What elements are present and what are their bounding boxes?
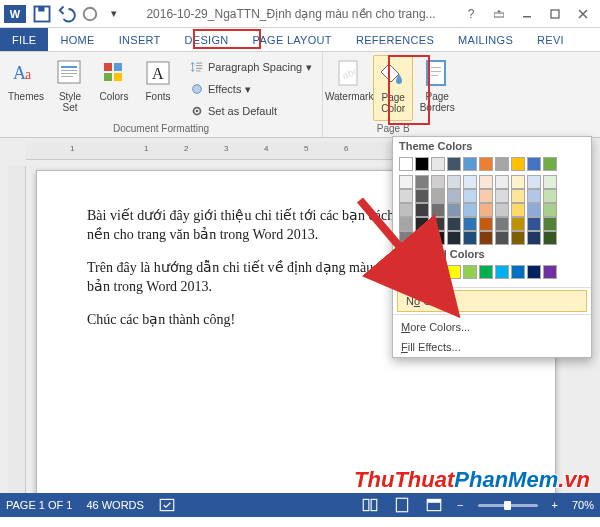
color-swatch[interactable] — [399, 175, 413, 189]
color-swatch[interactable] — [543, 189, 557, 203]
color-swatch[interactable] — [511, 175, 525, 189]
minimize-icon[interactable] — [514, 3, 540, 25]
color-swatch[interactable] — [447, 265, 461, 279]
qat-dropdown-icon[interactable]: ▾ — [104, 4, 124, 24]
color-swatch[interactable] — [511, 203, 525, 217]
color-swatch[interactable] — [431, 189, 445, 203]
color-swatch[interactable] — [527, 217, 541, 231]
zoom-out-icon[interactable]: − — [457, 499, 463, 511]
color-swatch[interactable] — [399, 217, 413, 231]
color-swatch[interactable] — [463, 265, 477, 279]
color-swatch[interactable] — [543, 231, 557, 245]
undo-icon[interactable] — [56, 4, 76, 24]
color-swatch[interactable] — [495, 157, 509, 171]
color-swatch[interactable] — [431, 203, 445, 217]
web-layout-icon[interactable] — [425, 496, 443, 514]
color-swatch[interactable] — [399, 265, 413, 279]
color-swatch[interactable] — [463, 203, 477, 217]
color-swatch[interactable] — [543, 175, 557, 189]
color-swatch[interactable] — [463, 189, 477, 203]
tab-design[interactable]: DESIGN — [173, 28, 241, 51]
paragraph-spacing-button[interactable]: Paragraph Spacing ▾ — [186, 57, 316, 77]
tab-references[interactable]: REFERENCES — [344, 28, 446, 51]
color-swatch[interactable] — [495, 189, 509, 203]
color-swatch[interactable] — [447, 157, 461, 171]
tab-review[interactable]: REVI — [525, 28, 576, 51]
color-swatch[interactable] — [527, 265, 541, 279]
color-swatch[interactable] — [527, 175, 541, 189]
set-default-button[interactable]: Set as Default — [186, 101, 316, 121]
color-swatch[interactable] — [447, 203, 461, 217]
color-swatch[interactable] — [399, 189, 413, 203]
color-swatch[interactable] — [431, 231, 445, 245]
no-color-item[interactable]: No Color — [397, 290, 587, 312]
color-swatch[interactable] — [447, 217, 461, 231]
color-swatch[interactable] — [527, 203, 541, 217]
color-swatch[interactable] — [415, 157, 429, 171]
color-swatch[interactable] — [495, 265, 509, 279]
color-swatch[interactable] — [479, 189, 493, 203]
help-icon[interactable]: ? — [458, 3, 484, 25]
color-swatch[interactable] — [447, 231, 461, 245]
color-swatch[interactable] — [527, 157, 541, 171]
zoom-in-icon[interactable]: + — [552, 499, 558, 511]
color-swatch[interactable] — [431, 217, 445, 231]
color-swatch[interactable] — [495, 231, 509, 245]
fill-effects-item[interactable]: Fill Effects... — [393, 337, 591, 357]
color-swatch[interactable] — [431, 265, 445, 279]
color-swatch[interactable] — [543, 203, 557, 217]
watermark-button[interactable]: abc Watermark — [329, 55, 369, 121]
color-swatch[interactable] — [479, 157, 493, 171]
color-swatch[interactable] — [415, 203, 429, 217]
tab-insert[interactable]: INSERT — [107, 28, 173, 51]
color-swatch[interactable] — [415, 231, 429, 245]
color-swatch[interactable] — [447, 189, 461, 203]
color-swatch[interactable] — [511, 157, 525, 171]
ribbon-options-icon[interactable] — [486, 3, 512, 25]
color-swatch[interactable] — [479, 217, 493, 231]
color-swatch[interactable] — [527, 231, 541, 245]
color-swatch[interactable] — [399, 157, 413, 171]
read-mode-icon[interactable] — [361, 496, 379, 514]
status-words[interactable]: 46 WORDS — [86, 499, 143, 511]
more-colors-item[interactable]: More Colors... — [393, 317, 591, 337]
color-swatch[interactable] — [495, 217, 509, 231]
fonts-button[interactable]: A Fonts — [138, 55, 178, 121]
tab-file[interactable]: FILE — [0, 28, 48, 51]
color-swatch[interactable] — [431, 157, 445, 171]
color-swatch[interactable] — [543, 217, 557, 231]
page-color-button[interactable]: Page Color — [373, 55, 413, 121]
color-swatch[interactable] — [447, 175, 461, 189]
color-swatch[interactable] — [543, 265, 557, 279]
color-swatch[interactable] — [463, 217, 477, 231]
color-swatch[interactable] — [511, 217, 525, 231]
tab-mailings[interactable]: MAILINGS — [446, 28, 525, 51]
color-swatch[interactable] — [431, 175, 445, 189]
color-swatch[interactable] — [463, 231, 477, 245]
color-swatch[interactable] — [495, 175, 509, 189]
color-swatch[interactable] — [479, 265, 493, 279]
color-swatch[interactable] — [511, 231, 525, 245]
page-borders-button[interactable]: Page Borders — [417, 55, 457, 121]
color-swatch[interactable] — [479, 175, 493, 189]
color-swatch[interactable] — [415, 189, 429, 203]
color-swatch[interactable] — [479, 203, 493, 217]
color-swatch[interactable] — [511, 265, 525, 279]
colors-button[interactable]: Colors — [94, 55, 134, 121]
print-layout-icon[interactable] — [393, 496, 411, 514]
tab-page-layout[interactable]: PAGE LAYOUT — [241, 28, 344, 51]
color-swatch[interactable] — [463, 175, 477, 189]
zoom-slider[interactable] — [478, 504, 538, 507]
color-swatch[interactable] — [479, 231, 493, 245]
color-swatch[interactable] — [415, 217, 429, 231]
color-swatch[interactable] — [415, 265, 429, 279]
save-icon[interactable] — [32, 4, 52, 24]
maximize-icon[interactable] — [542, 3, 568, 25]
effects-button[interactable]: Effects ▾ — [186, 79, 316, 99]
color-swatch[interactable] — [495, 203, 509, 217]
color-swatch[interactable] — [463, 157, 477, 171]
themes-button[interactable]: Aa Themes — [6, 55, 46, 121]
color-swatch[interactable] — [399, 203, 413, 217]
zoom-level[interactable]: 70% — [572, 499, 594, 511]
style-set-button[interactable]: Style Set — [50, 55, 90, 121]
